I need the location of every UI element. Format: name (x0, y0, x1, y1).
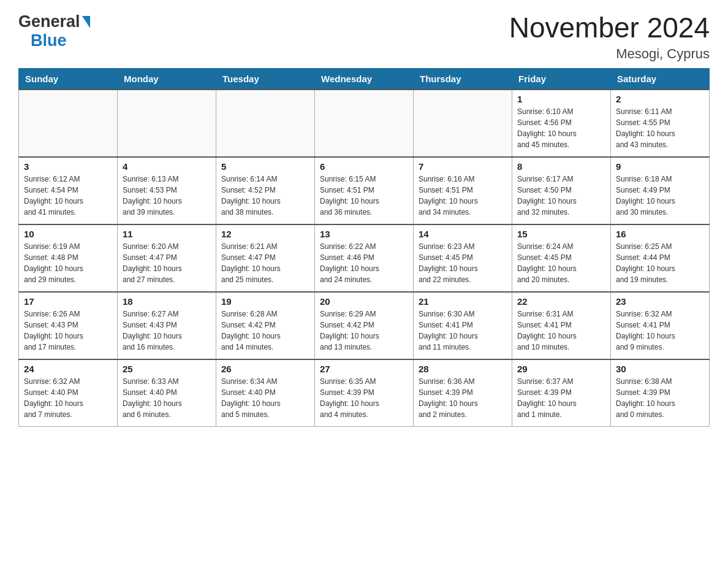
week-row-1: 1Sunrise: 6:10 AMSunset: 4:56 PMDaylight… (19, 90, 710, 157)
calendar-cell: 16Sunrise: 6:25 AMSunset: 4:44 PMDayligh… (611, 224, 710, 292)
day-number: 18 (123, 296, 211, 307)
day-number: 1 (517, 94, 605, 104)
calendar-cell: 28Sunrise: 6:36 AMSunset: 4:39 PMDayligh… (414, 359, 512, 427)
day-info: Sunrise: 6:34 AMSunset: 4:40 PMDaylight:… (221, 376, 309, 420)
day-number: 6 (320, 161, 408, 172)
day-info: Sunrise: 6:11 AMSunset: 4:55 PMDaylight:… (616, 106, 704, 150)
col-header-monday: Monday (118, 68, 216, 90)
page-header: General Blue November 2024 Mesogi, Cypru… (18, 12, 710, 62)
day-number: 8 (517, 161, 605, 172)
logo: General Blue (18, 12, 90, 50)
logo-general: General (18, 12, 80, 31)
calendar-cell: 26Sunrise: 6:34 AMSunset: 4:40 PMDayligh… (216, 359, 315, 427)
col-header-wednesday: Wednesday (315, 68, 414, 90)
day-number: 22 (517, 296, 605, 307)
day-info: Sunrise: 6:19 AMSunset: 4:48 PMDaylight:… (24, 241, 112, 285)
calendar-cell: 9Sunrise: 6:18 AMSunset: 4:49 PMDaylight… (611, 157, 710, 224)
calendar-cell (118, 90, 216, 157)
day-info: Sunrise: 6:29 AMSunset: 4:42 PMDaylight:… (320, 308, 408, 353)
day-info: Sunrise: 6:16 AMSunset: 4:51 PMDaylight:… (419, 174, 507, 218)
calendar-cell: 30Sunrise: 6:38 AMSunset: 4:39 PMDayligh… (611, 359, 710, 427)
day-info: Sunrise: 6:15 AMSunset: 4:51 PMDaylight:… (320, 174, 408, 218)
day-number: 13 (320, 229, 408, 239)
col-header-tuesday: Tuesday (216, 68, 315, 90)
calendar-cell: 29Sunrise: 6:37 AMSunset: 4:39 PMDayligh… (512, 359, 611, 427)
day-info: Sunrise: 6:22 AMSunset: 4:46 PMDaylight:… (320, 241, 408, 285)
day-number: 30 (616, 364, 704, 374)
day-number: 16 (616, 229, 704, 239)
week-row-5: 24Sunrise: 6:32 AMSunset: 4:40 PMDayligh… (19, 359, 710, 427)
day-info: Sunrise: 6:26 AMSunset: 4:43 PMDaylight:… (24, 308, 112, 353)
day-number: 21 (419, 296, 507, 307)
day-number: 4 (123, 161, 211, 172)
day-info: Sunrise: 6:17 AMSunset: 4:50 PMDaylight:… (517, 174, 605, 218)
day-number: 2 (616, 94, 704, 104)
calendar-table: SundayMondayTuesdayWednesdayThursdayFrid… (18, 68, 710, 427)
calendar-cell: 24Sunrise: 6:32 AMSunset: 4:40 PMDayligh… (19, 359, 118, 427)
month-title: November 2024 (509, 12, 710, 44)
day-info: Sunrise: 6:30 AMSunset: 4:41 PMDaylight:… (419, 308, 507, 353)
day-number: 27 (320, 364, 408, 374)
day-info: Sunrise: 6:31 AMSunset: 4:41 PMDaylight:… (517, 308, 605, 353)
day-number: 12 (221, 229, 309, 239)
calendar-cell: 21Sunrise: 6:30 AMSunset: 4:41 PMDayligh… (414, 292, 512, 359)
day-info: Sunrise: 6:24 AMSunset: 4:45 PMDaylight:… (517, 241, 605, 285)
day-info: Sunrise: 6:32 AMSunset: 4:40 PMDaylight:… (24, 376, 112, 420)
calendar-cell (414, 90, 512, 157)
calendar-cell: 14Sunrise: 6:23 AMSunset: 4:45 PMDayligh… (414, 224, 512, 292)
day-info: Sunrise: 6:25 AMSunset: 4:44 PMDaylight:… (616, 241, 704, 285)
day-info: Sunrise: 6:35 AMSunset: 4:39 PMDaylight:… (320, 376, 408, 420)
calendar-cell: 25Sunrise: 6:33 AMSunset: 4:40 PMDayligh… (118, 359, 216, 427)
day-number: 26 (221, 364, 309, 374)
calendar-cell: 15Sunrise: 6:24 AMSunset: 4:45 PMDayligh… (512, 224, 611, 292)
day-number: 15 (517, 229, 605, 239)
day-number: 7 (419, 161, 507, 172)
calendar-cell (315, 90, 414, 157)
calendar-cell: 17Sunrise: 6:26 AMSunset: 4:43 PMDayligh… (19, 292, 118, 359)
day-info: Sunrise: 6:33 AMSunset: 4:40 PMDaylight:… (123, 376, 211, 420)
day-number: 19 (221, 296, 309, 307)
calendar-cell: 4Sunrise: 6:13 AMSunset: 4:53 PMDaylight… (118, 157, 216, 224)
day-info: Sunrise: 6:12 AMSunset: 4:54 PMDaylight:… (24, 174, 112, 218)
day-number: 3 (24, 161, 112, 172)
day-number: 24 (24, 364, 112, 374)
day-number: 23 (616, 296, 704, 307)
week-row-4: 17Sunrise: 6:26 AMSunset: 4:43 PMDayligh… (19, 292, 710, 359)
day-number: 17 (24, 296, 112, 307)
day-info: Sunrise: 6:28 AMSunset: 4:42 PMDaylight:… (221, 308, 309, 353)
day-number: 11 (123, 229, 211, 239)
week-row-2: 3Sunrise: 6:12 AMSunset: 4:54 PMDaylight… (19, 157, 710, 224)
calendar-cell: 19Sunrise: 6:28 AMSunset: 4:42 PMDayligh… (216, 292, 315, 359)
calendar-cell: 10Sunrise: 6:19 AMSunset: 4:48 PMDayligh… (19, 224, 118, 292)
week-row-3: 10Sunrise: 6:19 AMSunset: 4:48 PMDayligh… (19, 224, 710, 292)
calendar-cell (19, 90, 118, 157)
calendar-cell: 20Sunrise: 6:29 AMSunset: 4:42 PMDayligh… (315, 292, 414, 359)
col-header-sunday: Sunday (19, 68, 118, 90)
day-number: 25 (123, 364, 211, 374)
logo-blue: Blue (31, 31, 67, 50)
day-number: 5 (221, 161, 309, 172)
day-info: Sunrise: 6:10 AMSunset: 4:56 PMDaylight:… (517, 106, 605, 150)
location-title: Mesogi, Cyprus (509, 46, 710, 62)
calendar-cell: 23Sunrise: 6:32 AMSunset: 4:41 PMDayligh… (611, 292, 710, 359)
calendar-header-row: SundayMondayTuesdayWednesdayThursdayFrid… (19, 68, 710, 90)
day-info: Sunrise: 6:13 AMSunset: 4:53 PMDaylight:… (123, 174, 211, 218)
calendar-cell: 3Sunrise: 6:12 AMSunset: 4:54 PMDaylight… (19, 157, 118, 224)
col-header-friday: Friday (512, 68, 611, 90)
day-info: Sunrise: 6:32 AMSunset: 4:41 PMDaylight:… (616, 308, 704, 353)
day-number: 28 (419, 364, 507, 374)
title-block: November 2024 Mesogi, Cyprus (509, 12, 710, 62)
day-info: Sunrise: 6:18 AMSunset: 4:49 PMDaylight:… (616, 174, 704, 218)
logo-triangle-icon (82, 16, 90, 28)
col-header-saturday: Saturday (611, 68, 710, 90)
day-number: 14 (419, 229, 507, 239)
col-header-thursday: Thursday (414, 68, 512, 90)
day-info: Sunrise: 6:38 AMSunset: 4:39 PMDaylight:… (616, 376, 704, 420)
day-info: Sunrise: 6:14 AMSunset: 4:52 PMDaylight:… (221, 174, 309, 218)
calendar-cell: 13Sunrise: 6:22 AMSunset: 4:46 PMDayligh… (315, 224, 414, 292)
calendar-cell: 8Sunrise: 6:17 AMSunset: 4:50 PMDaylight… (512, 157, 611, 224)
calendar-cell: 2Sunrise: 6:11 AMSunset: 4:55 PMDaylight… (611, 90, 710, 157)
day-info: Sunrise: 6:23 AMSunset: 4:45 PMDaylight:… (419, 241, 507, 285)
calendar-cell: 11Sunrise: 6:20 AMSunset: 4:47 PMDayligh… (118, 224, 216, 292)
calendar-cell (216, 90, 315, 157)
